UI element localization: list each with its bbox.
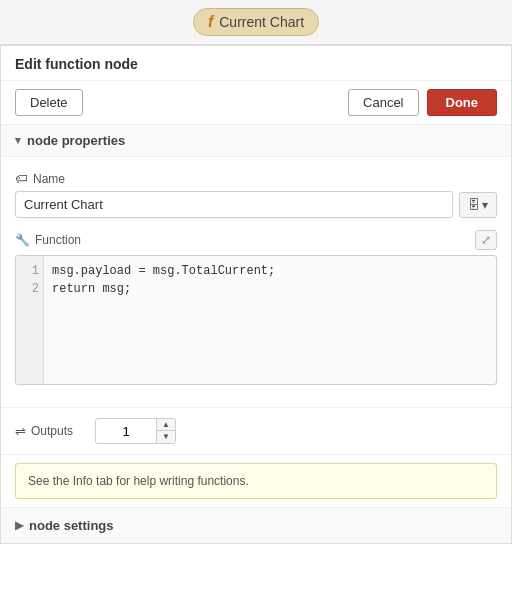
edit-header: Edit function node (1, 46, 511, 81)
name-input[interactable] (15, 191, 453, 218)
name-label: 🏷 Name (15, 171, 497, 186)
code-content[interactable]: msg.payload = msg.TotalCurrent; return m… (44, 256, 496, 384)
done-button[interactable]: Done (427, 89, 498, 116)
outputs-input[interactable] (96, 420, 156, 443)
name-input-row: 🗄 ▾ (15, 191, 497, 218)
spinner-buttons: ▲ ▼ (156, 419, 175, 443)
title-pill: f Current Chart (193, 8, 319, 36)
outputs-row: ⇌ Outputs ▲ ▼ (1, 408, 511, 455)
node-properties-header[interactable]: ▾ node properties (1, 125, 511, 157)
delete-button[interactable]: Delete (15, 89, 83, 116)
name-field-row: 🏷 Name 🗄 ▾ (15, 171, 497, 218)
spinner-down-button[interactable]: ▼ (157, 431, 175, 443)
expand-arrow: ▾ (482, 198, 488, 212)
main-panel: Edit function node Delete Cancel Done ▾ … (0, 45, 512, 544)
tag-icon: 🏷 (15, 171, 28, 186)
code-line-1: msg.payload = msg.TotalCurrent; (52, 262, 488, 280)
function-icon: f (208, 13, 213, 31)
line-num-2: 2 (20, 280, 39, 298)
database-icon: 🗄 (468, 198, 480, 212)
outputs-input-wrapper: ▲ ▼ (95, 418, 176, 444)
line-numbers: 1 2 (16, 256, 44, 384)
chevron-down-icon: ▾ (15, 134, 21, 147)
code-editor[interactable]: 1 2 msg.payload = msg.TotalCurrent; retu… (15, 255, 497, 385)
code-line-2: return msg; (52, 280, 488, 298)
properties-area: 🏷 Name 🗄 ▾ 🔧 Function ⤢ (1, 157, 511, 408)
outputs-icon: ⇌ (15, 424, 26, 439)
node-settings-header[interactable]: ▶ node settings (1, 507, 511, 543)
spinner-up-button[interactable]: ▲ (157, 419, 175, 431)
info-box: See the Info tab for help writing functi… (15, 463, 497, 499)
function-label: 🔧 Function (15, 233, 81, 247)
function-expand-button[interactable]: ⤢ (475, 230, 497, 250)
name-expand-button[interactable]: 🗄 ▾ (459, 192, 497, 218)
page-title: Current Chart (219, 14, 304, 30)
toolbar: Delete Cancel Done (1, 81, 511, 125)
toolbar-right: Cancel Done (348, 89, 497, 116)
node-settings-label: node settings (29, 518, 114, 533)
function-label-row: 🔧 Function ⤢ (15, 230, 497, 250)
line-num-1: 1 (20, 262, 39, 280)
function-label-text: Function (35, 233, 81, 247)
name-label-text: Name (33, 172, 65, 186)
title-bar: f Current Chart (0, 0, 512, 45)
wrench-icon: 🔧 (15, 233, 30, 247)
node-properties-label: node properties (27, 133, 125, 148)
chevron-right-icon: ▶ (15, 519, 23, 532)
outputs-label-text: Outputs (31, 424, 73, 438)
function-field-row: 🔧 Function ⤢ 1 2 msg.payload = msg.Total… (15, 230, 497, 385)
cancel-button[interactable]: Cancel (348, 89, 418, 116)
outputs-label: ⇌ Outputs (15, 424, 85, 439)
